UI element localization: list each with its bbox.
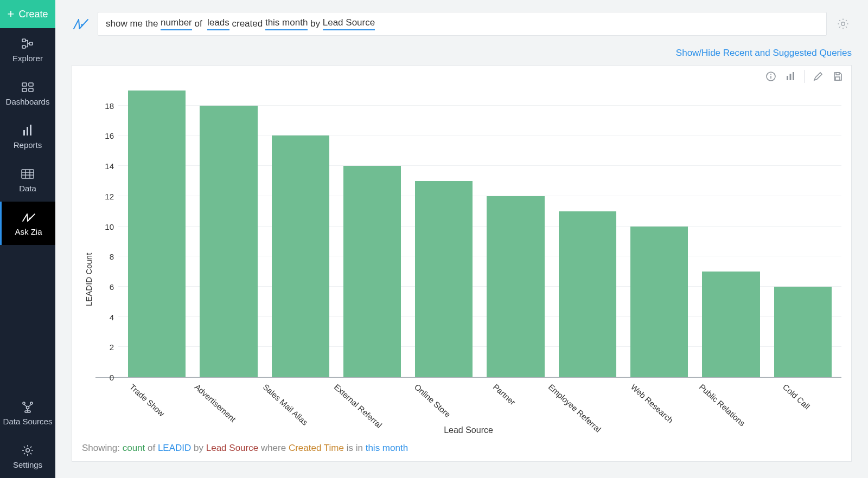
plus-icon: + bbox=[8, 8, 15, 20]
x-ticks: Trade ShowAdvertisementSales Mail AliasE… bbox=[118, 378, 841, 425]
showing-count: count bbox=[123, 443, 145, 453]
query-token: show me the bbox=[106, 18, 161, 29]
sidebar-item-label: Dashboards bbox=[6, 97, 50, 106]
sidebar-item-data[interactable]: Data bbox=[0, 158, 55, 202]
chart-area: LEADID Count 024681012141618 Trade ShowA… bbox=[82, 75, 841, 435]
bar-slot bbox=[774, 75, 832, 377]
create-button[interactable]: + Create bbox=[0, 0, 55, 28]
query-row: show me the number of leads created this… bbox=[72, 12, 852, 36]
query-token: of bbox=[192, 18, 207, 29]
y-tick-label: 6 bbox=[110, 282, 114, 291]
sidebar-item-settings[interactable]: Settings bbox=[0, 435, 55, 478]
svg-point-15 bbox=[29, 217, 30, 219]
y-tick-label: 8 bbox=[110, 252, 114, 261]
svg-point-25 bbox=[770, 74, 771, 75]
explorer-icon bbox=[20, 37, 35, 50]
y-tick-label: 12 bbox=[105, 191, 114, 201]
query-token: this month bbox=[265, 17, 308, 30]
sidebar-item-ask-zia[interactable]: Ask Zia bbox=[0, 202, 55, 245]
svg-rect-7 bbox=[23, 130, 25, 135]
bar-slot bbox=[415, 75, 473, 377]
svg-rect-6 bbox=[29, 88, 33, 92]
reports-icon bbox=[20, 124, 35, 137]
y-tick-label: 14 bbox=[105, 162, 114, 171]
query-token: number bbox=[161, 17, 192, 30]
x-tick-label: Partner bbox=[468, 382, 517, 432]
sidebar-item-explorer[interactable]: Explorer bbox=[0, 28, 55, 72]
sidebar-item-label: Data Sources bbox=[3, 417, 53, 426]
sidebar-bottom-nav: Data Sources Settings bbox=[0, 391, 55, 478]
showing-of: of bbox=[148, 443, 158, 453]
chart-bar[interactable] bbox=[415, 181, 473, 377]
chart-bar[interactable] bbox=[630, 227, 688, 378]
bar-slot bbox=[200, 75, 257, 377]
zia-icon bbox=[21, 211, 36, 224]
chart-bar[interactable] bbox=[200, 106, 257, 377]
svg-rect-3 bbox=[22, 83, 27, 86]
svg-rect-9 bbox=[30, 125, 31, 135]
bar-slot bbox=[487, 75, 544, 377]
dashboards-icon bbox=[20, 81, 35, 94]
svg-rect-1 bbox=[22, 46, 25, 48]
chart-card: LEADID Count 024681012141618 Trade ShowA… bbox=[72, 65, 852, 462]
x-tick: External Referral bbox=[339, 378, 400, 425]
chart-bar[interactable] bbox=[343, 166, 401, 377]
sidebar-item-label: Settings bbox=[13, 460, 42, 469]
data-icon bbox=[20, 167, 35, 180]
sidebar-item-label: Ask Zia bbox=[15, 227, 42, 236]
bar-slot bbox=[272, 75, 329, 377]
gear-icon bbox=[837, 17, 850, 30]
chart-bar[interactable] bbox=[559, 211, 616, 377]
query-token: by bbox=[308, 18, 322, 29]
query-token: Lead Source bbox=[323, 17, 375, 30]
bar-slot bbox=[128, 75, 186, 377]
chart-bar[interactable] bbox=[702, 272, 760, 377]
chart-bar[interactable] bbox=[774, 287, 832, 377]
x-tick: Cold Call bbox=[776, 378, 832, 425]
showing-prefix: Showing: bbox=[82, 443, 120, 453]
svg-rect-4 bbox=[29, 83, 33, 86]
y-axis-label: LEADID Count bbox=[82, 75, 95, 435]
create-button-label: Create bbox=[18, 9, 48, 20]
chart-bar[interactable] bbox=[272, 135, 329, 377]
showing-leadsource: Lead Source bbox=[206, 443, 258, 453]
svg-rect-10 bbox=[22, 170, 34, 178]
plot-grid: 024681012141618 bbox=[95, 75, 841, 378]
zia-logo-icon bbox=[72, 16, 90, 32]
sidebar-item-reports[interactable]: Reports bbox=[0, 115, 55, 158]
svg-rect-0 bbox=[22, 39, 25, 42]
bar-slot bbox=[702, 75, 760, 377]
showing-leadid: LEADID bbox=[158, 443, 191, 453]
y-tick-label: 2 bbox=[110, 343, 114, 352]
bar-slot bbox=[343, 75, 401, 377]
svg-rect-5 bbox=[22, 88, 27, 92]
x-ticks-row: Trade ShowAdvertisementSales Mail AliasE… bbox=[95, 378, 841, 425]
x-tick: Online Store bbox=[413, 378, 469, 425]
gear-icon bbox=[20, 444, 35, 457]
bars-viewport bbox=[118, 75, 841, 377]
sidebar-item-data-sources[interactable]: Data Sources bbox=[0, 391, 55, 435]
y-tick-label: 4 bbox=[110, 312, 114, 321]
chart-bar[interactable] bbox=[128, 91, 186, 377]
showing-createdtime: Created Time bbox=[289, 443, 344, 453]
sidebar-item-dashboards[interactable]: Dashboards bbox=[0, 72, 55, 115]
svg-point-20 bbox=[26, 448, 29, 451]
showing-thismonth: this month bbox=[366, 443, 408, 453]
query-token: created bbox=[229, 18, 265, 29]
y-tick-label: 10 bbox=[105, 222, 114, 231]
main-content: show me the number of leads created this… bbox=[55, 0, 868, 478]
query-input[interactable]: show me the number of leads created this… bbox=[98, 12, 827, 36]
sidebar-nav: Explorer Dashboards Reports bbox=[0, 28, 55, 245]
svg-point-16 bbox=[23, 402, 25, 404]
y-tick-label: 18 bbox=[105, 101, 114, 110]
suggested-queries-row: Show/Hide Recent and Suggested Queries bbox=[72, 48, 852, 59]
chart-bar[interactable] bbox=[487, 196, 544, 377]
sidebar: + Create Explorer Dashboards bbox=[0, 0, 55, 478]
y-tick-label: 0 bbox=[110, 373, 114, 382]
bar-slot bbox=[559, 75, 616, 377]
sidebar-item-label: Data bbox=[19, 184, 36, 193]
svg-rect-8 bbox=[27, 127, 28, 135]
show-hide-queries-link[interactable]: Show/Hide Recent and Suggested Queries bbox=[676, 48, 852, 58]
svg-point-22 bbox=[841, 22, 845, 25]
query-settings-button[interactable] bbox=[834, 15, 852, 33]
